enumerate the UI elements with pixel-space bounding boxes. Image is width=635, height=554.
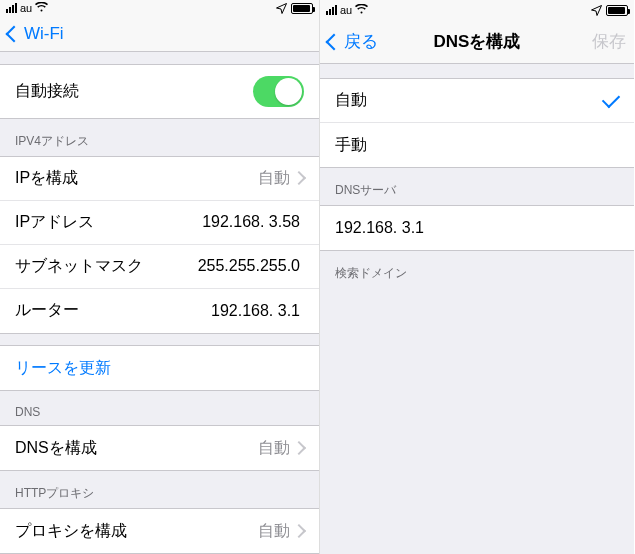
- battery-icon: [606, 5, 628, 16]
- dns-header: DNS: [0, 391, 319, 425]
- wifi-icon: [355, 4, 368, 16]
- back-button[interactable]: Wi-Fi: [8, 24, 64, 44]
- ipv4-header: IPV4アドレス: [0, 119, 319, 156]
- router-row: ルーター 192.168. 3.1: [0, 289, 319, 333]
- chevron-right-icon: [294, 522, 304, 540]
- dns-server-row: 192.168. 3.1: [320, 206, 634, 250]
- back-label: 戻る: [344, 30, 378, 53]
- carrier-label: au: [340, 4, 352, 16]
- battery-icon: [291, 3, 313, 14]
- wifi-detail-screen: au Wi-Fi 自動接続 IPV4アドレス IPを構成 自動 IPアドレス: [0, 0, 320, 554]
- signal-strength-icon: [326, 5, 337, 15]
- chevron-right-icon: [294, 169, 304, 187]
- auto-join-toggle[interactable]: [253, 76, 304, 107]
- configure-dns-screen: au 戻る DNSを構成 保存 自動 手動 DNSサーバ 192.168. 3.…: [320, 0, 634, 554]
- http-proxy-header: HTTPプロキシ: [0, 471, 319, 508]
- configure-dns-row[interactable]: DNSを構成 自動: [0, 426, 319, 470]
- chevron-right-icon: [294, 439, 304, 457]
- carrier-label: au: [20, 2, 32, 14]
- save-button[interactable]: 保存: [592, 30, 626, 53]
- dns-option-automatic[interactable]: 自動: [320, 79, 634, 123]
- dns-servers-header: DNSサーバ: [320, 168, 634, 205]
- dns-option-manual[interactable]: 手動: [320, 123, 634, 167]
- subnet-mask-row: サブネットマスク 255.255.255.0: [0, 245, 319, 289]
- auto-join-row: 自動接続: [0, 65, 319, 118]
- back-label: Wi-Fi: [24, 24, 64, 44]
- back-button[interactable]: 戻る: [328, 30, 378, 53]
- status-bar: au: [320, 0, 634, 20]
- nav-bar: Wi-Fi: [0, 16, 319, 52]
- location-icon: [591, 5, 602, 16]
- status-bar: au: [0, 0, 319, 16]
- checkmark-icon: [602, 89, 620, 107]
- ip-address-row: IPアドレス 192.168. 3.58: [0, 201, 319, 245]
- wifi-icon: [35, 2, 48, 14]
- renew-lease-row[interactable]: リースを更新: [0, 346, 319, 390]
- nav-bar: 戻る DNSを構成 保存: [320, 20, 634, 64]
- signal-strength-icon: [6, 3, 17, 13]
- search-domains-header: 検索ドメイン: [320, 251, 634, 288]
- location-icon: [276, 3, 287, 14]
- configure-proxy-row[interactable]: プロキシを構成 自動: [0, 509, 319, 553]
- configure-ip-row[interactable]: IPを構成 自動: [0, 157, 319, 201]
- auto-join-label: 自動接続: [15, 81, 253, 102]
